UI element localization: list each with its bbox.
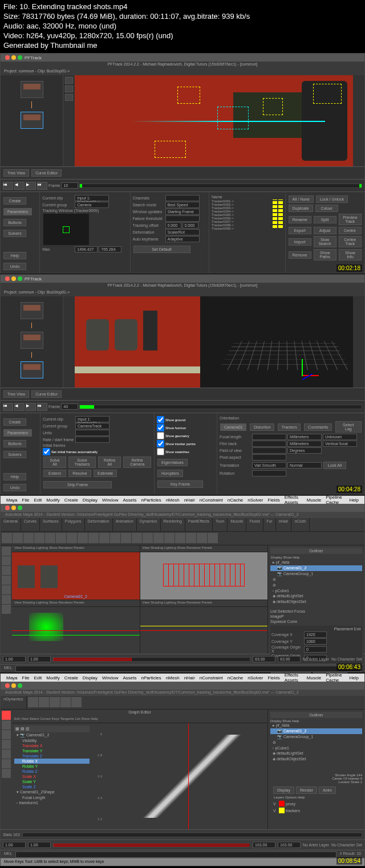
maya-menubar[interactable]: MayaFileEditModify CreateDisplayWindowAs…: [1, 674, 364, 682]
show-geometry-checkbox[interactable]: [157, 432, 164, 439]
camera-tab[interactable]: Camera01: [220, 423, 246, 431]
channels-input[interactable]: [165, 195, 200, 201]
colour-button[interactable]: Colour: [315, 205, 338, 212]
minimize-icon[interactable]: [11, 55, 16, 60]
layer-row[interactable]: Vproxy: [273, 800, 360, 807]
minimize-icon[interactable]: [11, 683, 16, 688]
lock-button[interactable]: Lock / Unlock: [316, 195, 348, 203]
units-input[interactable]: [75, 430, 110, 436]
buttons-button[interactable]: Buttons: [3, 219, 26, 226]
export-button[interactable]: Export: [289, 227, 311, 234]
viewport[interactable]: [75, 75, 353, 166]
minimize-icon[interactable]: [11, 506, 16, 510]
trackers-tab[interactable]: Trackers: [278, 423, 301, 431]
rename-button[interactable]: Rename: [289, 216, 311, 223]
outliner-item-selected[interactable]: 📷 Camera01_2: [270, 728, 362, 734]
refine-all-button[interactable]: Refine All: [98, 457, 121, 468]
node-user-track[interactable]: [21, 332, 43, 349]
show-info-button[interactable]: Show Info: [339, 249, 362, 260]
right-panel[interactable]: Outliner Display Show Help ▸ pf_data 📷 C…: [267, 710, 364, 829]
viewport-persp[interactable]: View Shading Lighting Show Renderer Pane…: [12, 545, 140, 600]
graph-outliner[interactable]: ▦ ▤ ▥ ▾ 📷 Camera01_2 Visibility Translat…: [12, 723, 92, 829]
remove-button[interactable]: Remove: [289, 251, 311, 259]
selected-attr[interactable]: Rotate X: [14, 759, 90, 764]
show-horizon-checkbox[interactable]: [157, 424, 164, 431]
centre-button[interactable]: Centre: [339, 227, 362, 234]
constraints-tab[interactable]: Constraints: [304, 423, 332, 431]
set-default-button[interactable]: Set Default: [133, 246, 190, 253]
solvers-button[interactable]: Solvers: [3, 230, 26, 237]
estimate-button[interactable]: Estimate: [94, 470, 117, 477]
parameters-button[interactable]: Parameters: [3, 429, 32, 437]
frame-input[interactable]: [61, 182, 78, 189]
clip-input[interactable]: Input 1: BusStop01->: [75, 195, 109, 201]
command-line[interactable]: MEL: [1, 664, 364, 672]
aspect-input[interactable]: [252, 454, 286, 461]
show-ground-checkbox[interactable]: [157, 416, 164, 423]
timeline-track[interactable]: [79, 184, 362, 188]
timeline[interactable]: ⏮ ◀ ▶ ⏭ Frame: [1, 179, 364, 191]
play-prev-icon[interactable]: ◀: [14, 403, 25, 411]
curve-editor-tab[interactable]: Curve Editor: [31, 169, 62, 177]
autokey-input[interactable]: Adaptive: [165, 236, 200, 242]
window-updates-input[interactable]: Starting Frame: [165, 209, 200, 215]
max-y-input[interactable]: [99, 246, 121, 252]
centre-track-button[interactable]: Centre Track: [339, 236, 362, 247]
slow-search-button[interactable]: Slow Search: [314, 236, 336, 247]
axis-gizmo[interactable]: [302, 375, 319, 376]
keyframe-button[interactable]: Key Frame: [157, 480, 203, 488]
failure-input[interactable]: [165, 215, 200, 222]
viewport-tool[interactable]: [65, 94, 73, 101]
import-button[interactable]: Import: [289, 238, 311, 246]
tree-view-tab[interactable]: Tree View: [3, 390, 29, 398]
time-slider[interactable]: No Anim Layer No Character Set: [1, 840, 364, 850]
create-button[interactable]: Create: [3, 197, 26, 205]
fov-input[interactable]: [252, 447, 286, 454]
shelf-tabs[interactable]: GeneralCurvesSurfaces PolygonsDeformatio…: [1, 518, 364, 532]
outliner-item-selected[interactable]: 📷 Camera01_2: [270, 565, 362, 571]
help-button[interactable]: Help: [3, 252, 26, 259]
offset-x-input[interactable]: [165, 222, 181, 229]
maya-menubar[interactable]: MayaFileEditModify CreateDisplayWindowAs…: [1, 496, 364, 504]
lock-all-button[interactable]: Lock All: [323, 462, 346, 469]
layer-row[interactable]: Vtrackers: [273, 807, 360, 814]
frame-input[interactable]: [61, 404, 78, 410]
show-points-checkbox[interactable]: [157, 440, 164, 447]
viewport-top[interactable]: View Shading Lighting Show Renderer Pane…: [140, 545, 268, 600]
focal-input[interactable]: [252, 434, 286, 440]
maximize-icon[interactable]: [18, 506, 22, 510]
help-button[interactable]: Help: [3, 473, 26, 480]
play-end-icon[interactable]: ⏭: [37, 403, 47, 411]
show-paths-button[interactable]: Show Paths: [314, 249, 336, 260]
toolbox[interactable]: [1, 545, 12, 654]
play-prev-icon[interactable]: ◀: [14, 182, 25, 190]
toolbox[interactable]: [1, 710, 12, 829]
node-camera-solve[interactable]: [21, 361, 43, 378]
viewport-front[interactable]: View Shading Lighting Show Renderer Pane…: [12, 600, 140, 654]
tracker-list[interactable]: Tracker0001->Tracker0002->Tracker0003-> …: [212, 199, 271, 230]
filmback-input[interactable]: [252, 441, 286, 447]
close-icon[interactable]: [5, 506, 10, 510]
viewport[interactable]: [75, 296, 353, 388]
close-icon[interactable]: [5, 683, 10, 688]
viewport-right-tools[interactable]: [353, 75, 364, 166]
minimize-icon[interactable]: [11, 276, 16, 281]
rate-input[interactable]: [75, 437, 110, 443]
create-button[interactable]: Create: [3, 418, 26, 426]
offset-y-input[interactable]: [182, 222, 198, 229]
undo-button[interactable]: Undo: [3, 263, 26, 270]
resolve-button[interactable]: Resolve: [68, 470, 91, 477]
split-button[interactable]: Split: [314, 216, 336, 223]
extend-button[interactable]: Extend: [43, 470, 66, 477]
viewport-tool[interactable]: [65, 77, 73, 84]
tree-view-tab[interactable]: Tree View: [3, 169, 29, 177]
play-end-icon[interactable]: ⏭: [37, 182, 47, 190]
refine-camera-button[interactable]: Refine Camera: [123, 457, 151, 468]
timeline-track[interactable]: [79, 405, 362, 409]
eigenvalues-button[interactable]: EigenValues: [157, 459, 188, 466]
play-start-icon[interactable]: ⏮: [3, 182, 13, 190]
maximize-icon[interactable]: [18, 683, 22, 688]
current-time-marker[interactable]: [188, 723, 189, 829]
attribute-editor[interactable]: Outliner Display Show Help ▸ pf_data 📷 C…: [267, 545, 364, 654]
parameters-button[interactable]: Parameters: [3, 208, 32, 215]
